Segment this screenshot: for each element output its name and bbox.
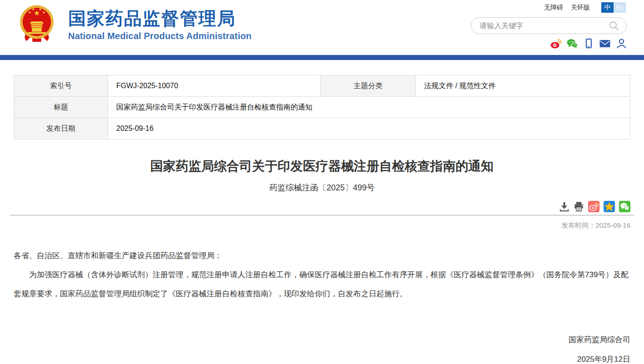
download-icon[interactable] bbox=[559, 201, 570, 212]
site-subtitle: National Medical Products Administration bbox=[68, 31, 252, 41]
signature-date: 2025年9月12日 bbox=[14, 349, 630, 364]
svg-text:★: ★ bbox=[39, 7, 42, 11]
page-title: 国家药监局综合司关于印发医疗器械注册自检核查指南的通知 bbox=[14, 158, 630, 175]
table-row: 索引号 FGWJ-2025-10070 主题分类 法规文件 / 规范性文件 bbox=[14, 75, 630, 97]
document-meta-table: 索引号 FGWJ-2025-10070 主题分类 法规文件 / 规范性文件 标题… bbox=[14, 75, 630, 140]
topbar: 无障碍 关怀版 中 En bbox=[544, 2, 626, 13]
share-qzone-icon[interactable] bbox=[604, 201, 615, 212]
table-row: 发布日期 2025-09-16 bbox=[14, 118, 630, 140]
weibo-icon[interactable] bbox=[550, 38, 561, 49]
meta-label-index: 索引号 bbox=[14, 75, 108, 97]
email-icon[interactable] bbox=[599, 38, 610, 49]
meta-label-pubdate: 发布日期 bbox=[14, 118, 108, 140]
article-paragraph: 为加强医疗器械（含体外诊断试剂）注册管理，规范注册申请人注册自检工作，确保医疗器… bbox=[14, 265, 630, 304]
language-switcher: 中 En bbox=[601, 2, 626, 13]
share-weibo-icon[interactable] bbox=[588, 201, 599, 212]
article-body: 各省、自治区、直辖市和新疆生产建设兵团药品监督管理局： 为加强医疗器械（含体外诊… bbox=[14, 246, 630, 304]
header-divider-bar bbox=[0, 55, 644, 60]
national-emblem-icon: ★ ★ ★ ★ ★ bbox=[19, 4, 54, 49]
article-salutation: 各省、自治区、直辖市和新疆生产建设兵团药品监督管理局： bbox=[14, 246, 630, 265]
meta-value-pubdate: 2025-09-16 bbox=[108, 118, 630, 140]
header-social-icons bbox=[550, 38, 627, 49]
signature-org: 国家药监局综合司 bbox=[14, 330, 630, 349]
meta-value-index: FGWJ-2025-10070 bbox=[108, 75, 321, 97]
svg-text:★: ★ bbox=[28, 10, 31, 15]
accessibility-link[interactable]: 无障碍 bbox=[544, 4, 563, 12]
search-icon[interactable] bbox=[608, 20, 620, 32]
site-header: ★ ★ ★ ★ ★ 国家药品监督管理局 National Medical Pro… bbox=[0, 0, 644, 55]
user-icon[interactable] bbox=[616, 38, 627, 49]
publish-time: 发布时间：2025-09-16 bbox=[14, 221, 630, 230]
meta-label-category: 主题分类 bbox=[321, 75, 416, 97]
content-area: 索引号 FGWJ-2025-10070 主题分类 法规文件 / 规范性文件 标题… bbox=[0, 75, 644, 364]
care-mode-link[interactable]: 关怀版 bbox=[571, 4, 590, 12]
signature-block: 国家药监局综合司 2025年9月12日 bbox=[14, 330, 630, 364]
article-toolbar bbox=[14, 201, 630, 212]
svg-text:★: ★ bbox=[42, 10, 45, 15]
mobile-icon[interactable] bbox=[583, 38, 594, 49]
table-row: 标题 国家药监局综合司关于印发医疗器械注册自检核查指南的通知 bbox=[14, 97, 630, 118]
search-input[interactable] bbox=[480, 22, 608, 30]
meta-label-title: 标题 bbox=[14, 97, 108, 118]
wechat-icon[interactable] bbox=[567, 38, 578, 49]
site-title: 国家药品监督管理局 bbox=[68, 9, 252, 29]
lang-zh-button[interactable]: 中 bbox=[601, 2, 614, 13]
search-box bbox=[471, 17, 627, 34]
print-icon[interactable] bbox=[574, 201, 584, 212]
document-number: 药监综械注函〔2025〕499号 bbox=[14, 182, 630, 193]
site-logo[interactable]: ★ ★ ★ ★ ★ 国家药品监督管理局 National Medical Pro… bbox=[19, 4, 252, 49]
title-divider bbox=[10, 215, 634, 215]
meta-value-title: 国家药监局综合司关于印发医疗器械注册自检核查指南的通知 bbox=[108, 97, 630, 118]
lang-en-button[interactable]: En bbox=[614, 2, 626, 13]
share-wechat-icon[interactable] bbox=[619, 201, 630, 212]
meta-value-category: 法规文件 / 规范性文件 bbox=[416, 75, 630, 97]
svg-text:★: ★ bbox=[32, 7, 35, 11]
